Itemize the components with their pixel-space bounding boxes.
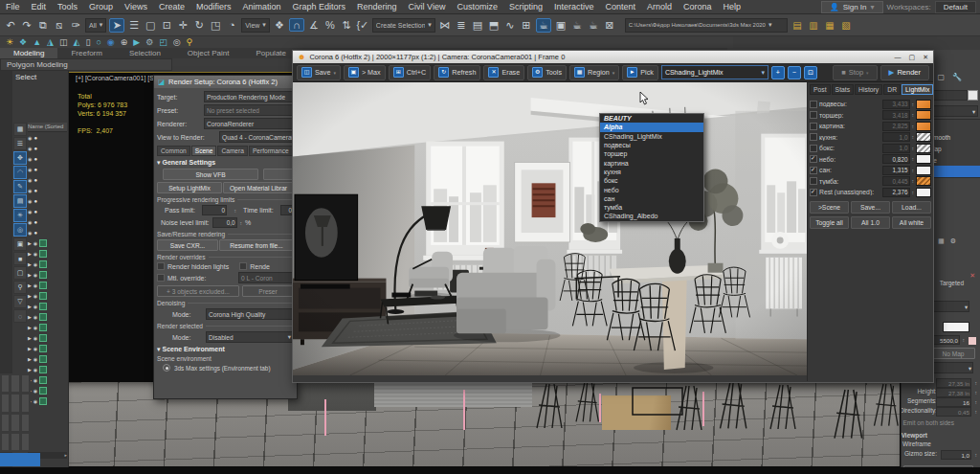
tab-common[interactable]: Common (157, 146, 190, 156)
menu-arnold[interactable]: Arnold (641, 2, 678, 11)
lightmix-color-swatch[interactable] (916, 132, 931, 142)
visibility-eye-icon[interactable]: ◉ (33, 325, 37, 330)
lightmix-row[interactable]: картина:2,825↕ (810, 121, 931, 132)
scene-object-row[interactable]: ▶◉ (28, 311, 67, 322)
vfb-titlebar[interactable]: ☻ Corona 6 (Hotfix 2) | 2000×1177px (1:2… (293, 51, 933, 63)
scene-object-row[interactable]: ▶◉ (28, 237, 67, 248)
region-button[interactable]: ▦Region▾ (569, 65, 619, 80)
spinner-icon[interactable]: ↕ (912, 168, 915, 173)
render-hidden-lights-checkbox[interactable] (157, 262, 165, 270)
expand-arrow-icon[interactable]: ▶ (28, 282, 32, 288)
explorer-tool-icon[interactable]: ▢ (13, 266, 27, 280)
visibility-eye-icon[interactable]: ◉ (33, 282, 37, 288)
box-icon[interactable]: ◰ (159, 37, 167, 47)
cone-icon[interactable]: ◭ (74, 37, 80, 47)
named-selection-field[interactable]: Create Selection Se▾ (372, 18, 435, 33)
visibility-eye-icon[interactable]: ◉ (33, 261, 37, 267)
lightmix-color-swatch[interactable] (916, 122, 931, 131)
menu-customize[interactable]: Customize (451, 2, 503, 11)
visibility-eye-icon[interactable]: ◉ (33, 377, 37, 383)
lightmix-row[interactable]: Rest (unassigned):2,376↕ (810, 187, 931, 198)
emit-both-sides-row[interactable]: Emit on both sides (902, 419, 980, 429)
expand-arrow-icon[interactable]: ▶ (28, 272, 32, 278)
gears-icon[interactable]: ⚙ (145, 37, 153, 47)
ref-coord-dropdown[interactable]: View▾ (241, 18, 270, 33)
bind-spacewarp-icon[interactable]: ✑ (69, 19, 82, 32)
ribbon-tab-object-paint[interactable]: Object Paint (174, 48, 243, 58)
lightmix-value[interactable]: 2,825 (882, 122, 910, 131)
explorer-tool-icon[interactable]: ☰ (13, 137, 27, 150)
stop-button[interactable]: ■Stop▾ (833, 65, 877, 80)
lightmix-color-swatch[interactable] (916, 176, 931, 186)
curve-editor-icon[interactable]: ∿ (503, 19, 517, 32)
visibility-eye-icon[interactable]: ◉ (28, 198, 32, 204)
save-button[interactable]: ◫Save▾ (297, 65, 341, 80)
objects-excluded-button[interactable]: + 3 objects excluded... (157, 285, 239, 297)
visibility-eye-icon[interactable]: ◉ (33, 304, 37, 309)
open-material-library-button[interactable]: Open Material Librar (223, 182, 294, 193)
noise-limit-field[interactable]: 0,0 (212, 217, 237, 228)
scene-object-row[interactable]: ▶◉ (28, 364, 67, 374)
scene-object-row[interactable]: ▶◉ (28, 322, 67, 332)
menu-graph-editors[interactable]: Graph Editors (286, 2, 351, 11)
palette-button[interactable] (1, 433, 10, 451)
select-by-name-icon[interactable]: ☰ (127, 19, 141, 32)
dropdown-item[interactable]: кухня (600, 168, 703, 176)
visibility-eye-icon[interactable]: ◉ (28, 135, 32, 141)
view-to-render-dropdown[interactable]: Quad 4 - CoronaCamera001 (219, 131, 294, 143)
wireframe-row[interactable]: Wireframe (902, 440, 980, 450)
percent-snap-icon[interactable]: % (323, 19, 337, 31)
tree-icon[interactable]: ◮ (47, 37, 54, 47)
expand-arrow-icon[interactable]: ▶ (28, 314, 32, 320)
menu-help[interactable]: Help (718, 2, 747, 11)
expand-arrow-icon[interactable]: ▶ (28, 325, 32, 330)
send-to-max-button[interactable]: ▣> Max (344, 65, 386, 80)
close-icon[interactable]: ✕ (923, 54, 928, 61)
pivot-icon[interactable]: ❖ (273, 19, 286, 32)
visibility-eye-icon[interactable]: ◉ (33, 356, 37, 362)
menu-interactive[interactable]: Interactive (548, 2, 600, 11)
cut-button[interactable] (263, 169, 294, 180)
edit-named-selection-icon[interactable]: {✓ (356, 19, 369, 32)
spinner-icon[interactable]: ↕ (912, 156, 915, 162)
zoom-in-icon[interactable]: + (771, 66, 785, 79)
no-map-button[interactable]: No Map (931, 348, 975, 359)
dropdown-item[interactable]: торшер (600, 149, 703, 158)
scene-object-row[interactable]: ▶◉ (28, 385, 67, 395)
rendered-image[interactable]: BEAUTY Alpha CShading_LightMix подвесы т… (293, 82, 807, 375)
mtl-override-slot[interactable]: 0 L - Coron (238, 272, 294, 283)
dropdown-item-selected[interactable]: Alpha (600, 123, 703, 131)
scene-object-row[interactable]: ▶◉ (28, 374, 67, 385)
bulb-icon[interactable]: ⚲ (187, 37, 193, 47)
dropdown-item[interactable]: CShading_LightMix (600, 132, 703, 141)
graphite-icon[interactable]: ⬒ (487, 19, 501, 32)
cross-section-icon[interactable]: ⊕ (121, 37, 128, 47)
scene-object-row[interactable]: ▶◉ (28, 395, 67, 406)
close-icon[interactable]: ✕ (969, 272, 975, 280)
lightmix-color-swatch[interactable] (916, 144, 931, 153)
directionality-row[interactable]: Directionality: 0,45 ↕ (902, 407, 980, 417)
tab-history[interactable]: History (855, 84, 882, 95)
palette-button[interactable] (21, 414, 30, 432)
select-rollout-header[interactable]: Select (15, 73, 36, 81)
new-folder-icon[interactable]: ▤ (791, 20, 804, 31)
visibility-eye-icon[interactable]: ◉ (33, 272, 37, 278)
lightmix-color-swatch[interactable] (916, 154, 931, 164)
segments-row[interactable]: Segments: 16 ↕ (902, 397, 980, 407)
placement-icon[interactable]: ◔ (225, 19, 238, 31)
remove-modifier-icon[interactable]: ▦ (938, 237, 945, 245)
expand-arrow-icon[interactable]: ▶ (28, 367, 32, 372)
expand-arrow-icon[interactable]: ▶ (28, 240, 32, 246)
lightmix-checkbox[interactable] (810, 155, 817, 163)
load-lightmix-button[interactable]: Load... (892, 201, 931, 214)
folder-options-icon[interactable]: ▧ (839, 20, 853, 31)
expand-arrow-icon[interactable]: ▶ (28, 356, 32, 362)
dropdown-item[interactable]: CShading_Albedo (600, 212, 703, 220)
temp-color-swatch[interactable] (968, 336, 977, 346)
sign-in-button[interactable]: 👤Sign In ▾ (821, 1, 883, 13)
layer-manager-icon[interactable]: ▤ (471, 19, 484, 32)
expand-arrow-icon[interactable]: ▶ (28, 251, 32, 257)
snap-toggle-icon[interactable]: ∩ (289, 18, 304, 32)
spinner-icon[interactable]: ↕ (912, 134, 915, 140)
menu-tools[interactable]: Tools (52, 2, 83, 11)
